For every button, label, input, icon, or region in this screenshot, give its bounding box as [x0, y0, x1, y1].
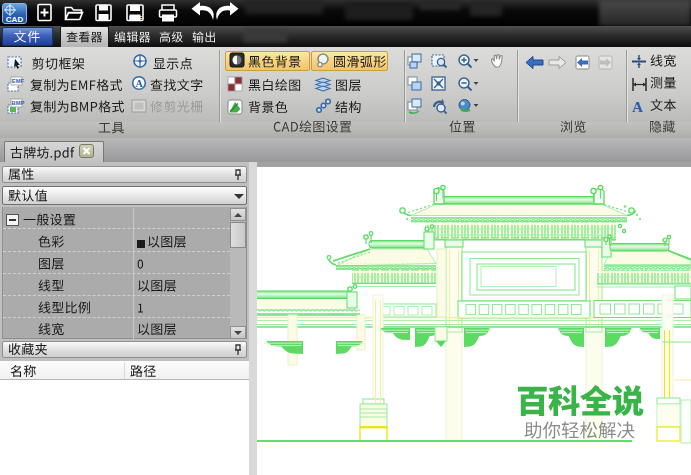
svg-text:A: A	[135, 78, 143, 89]
svg-text:CAD: CAD	[6, 15, 24, 24]
svg-text:PDF: PDF	[129, 15, 142, 22]
svg-text:BMP: BMP	[12, 100, 25, 106]
svg-text:A: A	[632, 99, 643, 115]
svg-text:EMF: EMF	[12, 78, 25, 84]
